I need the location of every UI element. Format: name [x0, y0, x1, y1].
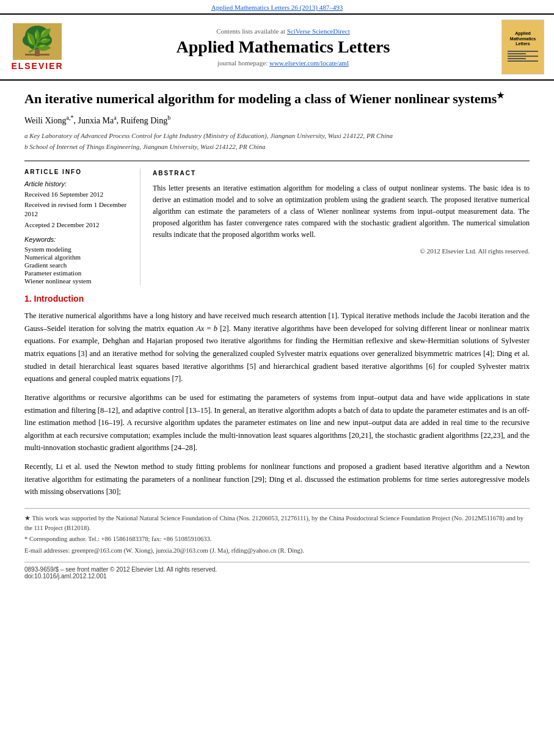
section-1-para-3: Recently, Li et al. used the Newton meth… — [24, 460, 530, 498]
journal-ref-text: Applied Mathematics Letters 26 (2013) 48… — [211, 4, 343, 11]
footer-bar: 0893-9659/$ – see front matter © 2012 El… — [24, 562, 530, 580]
author-ma: , Junxia Ma — [73, 116, 114, 125]
footer-doi: doi:10.1016/j.aml.2012.12.001 — [24, 573, 530, 580]
journal-thumbnail: AppliedMathematicsLetters — [501, 20, 544, 75]
received-date: Received 16 September 2012 — [24, 190, 133, 199]
homepage-link[interactable]: www.elsevier.com/locate/aml — [269, 59, 349, 67]
section-1-para-2: Iterative algorithms or recursive algori… — [24, 391, 530, 454]
keyword-1: System modeling — [24, 245, 133, 253]
authors-line: Weili Xionga,*, Junxia Maa, Ruifeng Ding… — [24, 114, 530, 126]
footnote-star: ★ This work was supported by the Nationa… — [24, 514, 530, 533]
elsevier-tree-icon — [13, 23, 62, 60]
received-revised-date: Received in revised form 1 December 2012 — [24, 200, 133, 219]
svg-point-1 — [25, 26, 49, 45]
journal-header: ELSEVIER Contents lists available at Sci… — [0, 13, 554, 81]
copyright-line: © 2012 Elsevier Ltd. All rights reserved… — [153, 246, 530, 256]
journal-reference-bar: Applied Mathematics Letters 26 (2013) 48… — [0, 0, 554, 13]
keyword-3: Gradient search — [24, 261, 133, 269]
svg-point-3 — [37, 34, 52, 46]
svg-point-4 — [27, 35, 47, 50]
section-1-heading: 1. Introduction — [24, 294, 530, 303]
author-xiong: Weili Xiong — [24, 116, 66, 125]
article-info-abstract-section: ARTICLE INFO Article history: Received 1… — [24, 161, 530, 286]
sciverse-link[interactable]: SciVerse ScienceDirect — [287, 27, 350, 35]
elsevier-wordmark: ELSEVIER — [11, 61, 63, 71]
elsevier-logo-image — [13, 23, 62, 60]
paper-title: An iterative numerical algorithm for mod… — [24, 90, 530, 108]
sciverse-line: Contents lists available at SciVerse Sci… — [72, 27, 494, 35]
footnote-corresponding: * Corresponding author. Tel.: +86 158616… — [24, 534, 530, 544]
article-history-label: Article history: — [24, 180, 133, 187]
section-introduction: 1. Introduction The iterative numerical … — [24, 294, 530, 498]
thumb-line-4 — [508, 58, 526, 59]
footer-issn: 0893-9659/$ – see front matter © 2012 El… — [24, 566, 530, 573]
keyword-5: Wiener nonlinear system — [24, 277, 133, 285]
keywords-label: Keywords: — [24, 236, 133, 243]
accepted-date: Accepted 2 December 2012 — [24, 220, 133, 230]
paper-title-text: An iterative numerical algorithm for mod… — [24, 91, 497, 106]
author-ding: , Ruifeng Ding — [117, 116, 168, 125]
journal-center-header: Contents lists available at SciVerse Sci… — [72, 27, 494, 67]
thumb-line-5 — [508, 60, 538, 62]
elsevier-logo: ELSEVIER — [10, 23, 65, 71]
abstract-column: ABSTRACT This letter presents an iterati… — [153, 169, 530, 286]
affiliation-a: a Key Laboratory of Advanced Process Con… — [24, 131, 530, 141]
affiliation-b: b School of Internet of Things Engineeri… — [24, 142, 530, 152]
thumb-line-2 — [508, 53, 526, 54]
title-star: ★ — [497, 91, 505, 100]
author-ding-sup: b — [167, 114, 170, 121]
abstract-label: ABSTRACT — [153, 169, 530, 178]
homepage-line: journal homepage: www.elsevier.com/locat… — [72, 59, 494, 67]
paper-body: An iterative numerical algorithm for mod… — [0, 81, 554, 592]
article-info-label: ARTICLE INFO — [24, 169, 133, 175]
thumb-line-3 — [508, 56, 538, 57]
keyword-4: Parameter estimation — [24, 269, 133, 277]
abstract-text: This letter presents an iterative estima… — [153, 183, 530, 241]
article-info-column: ARTICLE INFO Article history: Received 1… — [24, 169, 140, 286]
thumb-line-1 — [508, 51, 538, 52]
thumb-journal-title: AppliedMathematicsLetters — [510, 31, 536, 46]
svg-rect-6 — [25, 54, 49, 56]
section-1-para-1: The iterative numerical algorithms have … — [24, 310, 530, 385]
svg-point-2 — [23, 34, 37, 46]
journal-title: Applied Mathematics Letters — [72, 37, 494, 57]
affiliations: a Key Laboratory of Advanced Process Con… — [24, 131, 530, 152]
thumb-decoration — [508, 49, 538, 63]
footnote-email: E-mail addresses: greenpre@163.com (W. X… — [24, 546, 530, 556]
author-xiong-sup: a,* — [66, 114, 73, 121]
footnotes-section: ★ This work was supported by the Nationa… — [24, 508, 530, 556]
keyword-2: Numerical algorithm — [24, 253, 133, 261]
